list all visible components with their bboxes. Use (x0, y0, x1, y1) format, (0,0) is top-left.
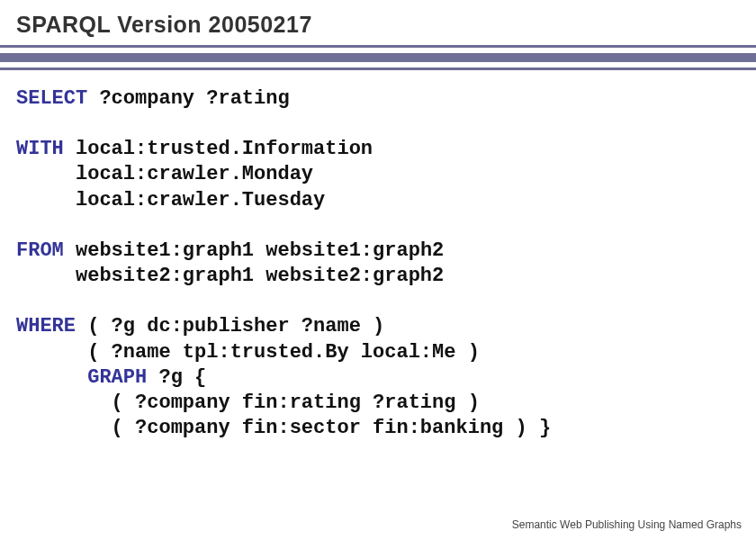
select-clause: ?company ?rating (87, 87, 289, 110)
with-line-2: local:crawler.Monday (16, 163, 313, 185)
where-line-5: ( ?company fin:sector fin:banking ) } (16, 417, 551, 439)
where-line-3b: ?g { (147, 366, 206, 389)
slide-body: SELECT ?company ?rating WITH local:trust… (0, 70, 756, 441)
with-line-3: local:crawler.Tuesday (16, 189, 325, 212)
keyword-graph: GRAPH (87, 366, 147, 389)
keyword-with: WITH (16, 138, 64, 160)
keyword-select: SELECT (16, 87, 87, 110)
slide-footer: Semantic Web Publishing Using Named Grap… (512, 518, 742, 531)
with-line-1: local:trusted.Information (64, 138, 373, 160)
where-line-2: ( ?name tpl:trusted.By local:Me ) (16, 341, 480, 364)
title-divider (0, 53, 756, 62)
from-line-2: website2:graph1 website2:graph2 (16, 265, 444, 287)
where-line-4: ( ?company fin:rating ?rating ) (16, 392, 480, 414)
keyword-where: WHERE (16, 315, 76, 338)
where-line-1: ( ?g dc:publisher ?name ) (76, 315, 384, 338)
from-line-1: website1:graph1 website1:graph2 (64, 239, 444, 262)
slide: SPARQL Version 20050217 SELECT ?company … (0, 0, 756, 540)
where-line-3a (16, 366, 87, 389)
sparql-code-block: SELECT ?company ?rating WITH local:trust… (16, 86, 740, 441)
slide-title: SPARQL Version 20050217 (0, 0, 756, 45)
keyword-from: FROM (16, 239, 64, 262)
